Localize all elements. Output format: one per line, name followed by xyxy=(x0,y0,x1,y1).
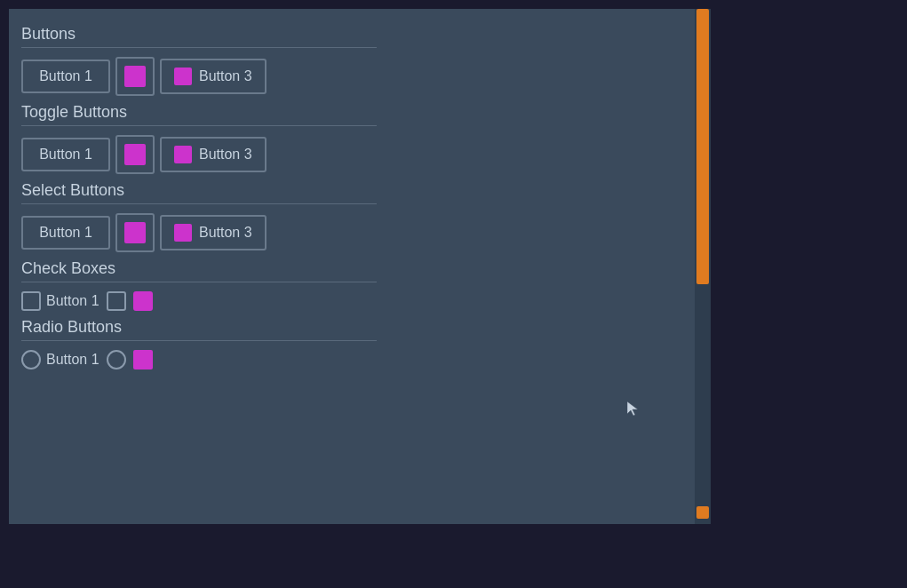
section-radio-buttons: Radio Buttons Button 1 xyxy=(21,318,682,369)
section-buttons: Buttons Button 1 Button 3 xyxy=(21,25,682,96)
divider-checkboxes xyxy=(21,282,377,282)
section-title-buttons: Buttons xyxy=(21,25,682,44)
button3-select[interactable]: Button 3 xyxy=(160,215,267,250)
section-toggle-buttons: Toggle Buttons Button 1 Button 3 xyxy=(21,103,682,174)
icon-square-buttons2 xyxy=(124,66,146,87)
button-row-select: Button 1 Button 3 xyxy=(21,213,682,252)
icon-square-toggle3 xyxy=(174,146,192,163)
radio-row: Button 1 xyxy=(21,350,682,369)
button1-buttons[interactable]: Button 1 xyxy=(21,60,110,93)
button-row-buttons: Button 1 Button 3 xyxy=(21,57,682,96)
checkbox-1[interactable] xyxy=(21,291,41,311)
radio-item-2 xyxy=(107,350,126,369)
section-title-radio: Radio Buttons xyxy=(21,318,682,337)
checkbox-2[interactable] xyxy=(107,291,126,311)
main-panel: Buttons Button 1 Button 3 Toggle Buttons… xyxy=(9,9,711,524)
button1-toggle[interactable]: Button 1 xyxy=(21,138,110,171)
radio-1[interactable] xyxy=(21,350,41,369)
button1-select[interactable]: Button 1 xyxy=(21,216,110,250)
button2-select[interactable] xyxy=(115,213,155,252)
icon-square-buttons3 xyxy=(174,68,192,85)
button-row-toggle: Button 1 Button 3 xyxy=(21,135,682,174)
radio-item-3 xyxy=(133,350,153,369)
icon-square-select3 xyxy=(174,224,192,242)
scrollbar-thumb[interactable] xyxy=(696,9,709,284)
checkbox-label-1: Button 1 xyxy=(46,293,99,309)
divider-radio xyxy=(21,340,377,341)
checkbox-row: Button 1 xyxy=(21,291,682,311)
button3-toggle[interactable]: Button 3 xyxy=(160,137,267,172)
section-select-buttons: Select Buttons Button 1 Button 3 xyxy=(21,181,682,252)
button2-toggle[interactable] xyxy=(115,135,155,174)
button2-buttons[interactable] xyxy=(115,57,155,96)
section-title-toggle: Toggle Buttons xyxy=(21,103,682,122)
button3-buttons[interactable]: Button 3 xyxy=(160,59,267,94)
checkbox-3[interactable] xyxy=(133,291,153,311)
icon-square-select2 xyxy=(124,222,146,243)
section-title-select: Select Buttons xyxy=(21,181,682,200)
icon-square-toggle2 xyxy=(124,144,146,165)
section-checkboxes: Check Boxes Button 1 xyxy=(21,259,682,311)
scrollbar-track[interactable] xyxy=(695,9,711,524)
divider-buttons xyxy=(21,47,377,48)
section-title-checkboxes: Check Boxes xyxy=(21,259,682,278)
checkbox-item-2 xyxy=(107,291,126,311)
checkbox-item-3 xyxy=(133,291,153,311)
checkbox-item-1: Button 1 xyxy=(21,291,99,311)
radio-2[interactable] xyxy=(107,350,126,369)
divider-toggle xyxy=(21,125,377,126)
content-area: Buttons Button 1 Button 3 Toggle Buttons… xyxy=(9,9,695,524)
radio-label-1: Button 1 xyxy=(46,352,99,368)
divider-select xyxy=(21,203,377,204)
scrollbar-bottom-indicator xyxy=(696,506,709,519)
radio-icon-3 xyxy=(133,350,153,369)
radio-item-1: Button 1 xyxy=(21,350,99,369)
